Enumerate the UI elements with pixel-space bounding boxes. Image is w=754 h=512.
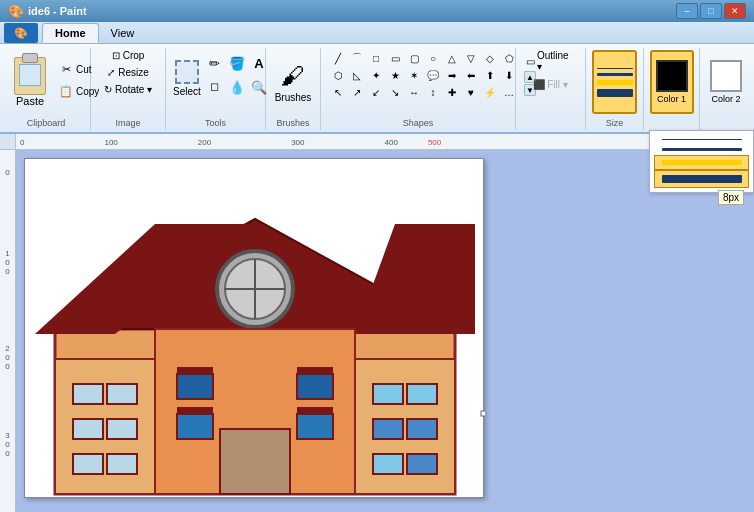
shape-4way[interactable]: ✚ [443, 84, 461, 100]
shape-arrow-lr[interactable]: ↔ [405, 84, 423, 100]
fill-button[interactable]: ⬛ Fill ▾ [529, 77, 572, 92]
pencil-tool[interactable]: ✏ [205, 54, 225, 76]
tab-view[interactable]: View [99, 23, 147, 43]
svg-marker-3 [355, 224, 475, 334]
ribbon-group-color2: Color 2 [700, 48, 752, 130]
scissors-icon: ✂ [58, 61, 74, 77]
shape-ellipse[interactable]: ○ [424, 50, 442, 66]
ruler-mark-100: 100 [104, 138, 117, 147]
outline-icon: ▭ [526, 56, 535, 67]
shape-callout[interactable]: 💬 [424, 67, 442, 83]
color1-button[interactable]: Color 1 [650, 50, 694, 114]
tools-label: Tools [166, 118, 265, 128]
shape-arrow-ur[interactable]: ↗ [348, 84, 366, 100]
vruler-200: 200 [5, 344, 9, 371]
size-option-3px[interactable] [654, 144, 749, 155]
ribbon-group-image: ⊡ Crop ⤢ Resize ↻ Rotate ▾ Image [91, 48, 166, 130]
shape-star5[interactable]: ★ [386, 67, 404, 83]
crop-button[interactable]: ⊡ Crop [108, 48, 149, 63]
svg-rect-19 [373, 419, 403, 439]
eraser-tool[interactable]: ◻ [205, 78, 225, 100]
svg-rect-23 [177, 374, 213, 399]
select-tool-button[interactable]: Select [172, 50, 202, 106]
svg-rect-22 [407, 454, 437, 474]
picker-tool[interactable]: 💧 [227, 78, 247, 100]
svg-rect-24 [177, 367, 213, 375]
rotate-button[interactable]: ↻ Rotate ▾ [100, 82, 156, 97]
shape-rect2[interactable]: ▭ [386, 50, 404, 66]
size-option-5px[interactable] [654, 155, 749, 170]
ruler-vertical: 0 100 200 300 [0, 150, 16, 512]
close-button[interactable]: ✕ [724, 3, 746, 19]
minimize-button[interactable]: – [676, 3, 698, 19]
shape-star4[interactable]: ✦ [367, 67, 385, 83]
svg-rect-13 [73, 419, 103, 439]
shape-round-rect[interactable]: ▢ [405, 50, 423, 66]
shape-lightning[interactable]: ⚡ [481, 84, 499, 100]
shape-arrow-l[interactable]: ⬅ [462, 67, 480, 83]
shape-arrow-u[interactable]: ⬆ [481, 67, 499, 83]
shape-heart[interactable]: ♥ [462, 84, 480, 100]
shape-arrow-ul[interactable]: ↖ [329, 84, 347, 100]
ruler-mark-200: 200 [198, 138, 211, 147]
shapes-grid: ╱ ⌒ □ ▭ ▢ ○ △ ▽ ◇ ⬠ ⬡ ◺ ✦ ★ ✶ 💬 ➡ ⬅ ⬆ [327, 48, 520, 119]
shape-arrow-ud[interactable]: ↕ [424, 84, 442, 100]
shape-diamond[interactable]: ◇ [481, 50, 499, 66]
size-option-1px[interactable] [654, 135, 749, 144]
tab-home[interactable]: Home [42, 23, 99, 43]
size-line-2 [597, 73, 633, 76]
drawing-canvas[interactable] [24, 158, 484, 498]
shapes-label: Shapes [321, 118, 515, 128]
vruler-100: 100 [5, 249, 9, 276]
shape-star6[interactable]: ✶ [405, 67, 423, 83]
shape-rect[interactable]: □ [367, 50, 385, 66]
svg-rect-32 [481, 411, 485, 416]
shape-arrow-dr[interactable]: ↘ [386, 84, 404, 100]
fill-icon: ⬛ [533, 79, 545, 90]
ribbon-group-color1: Color 1 [644, 48, 700, 130]
shape-arrow-dl[interactable]: ↙ [367, 84, 385, 100]
color1-label: Color 1 [657, 94, 686, 104]
svg-rect-27 [177, 414, 213, 439]
ribbon-group-shapes: ╱ ⌒ □ ▭ ▢ ○ △ ▽ ◇ ⬠ ⬡ ◺ ✦ ★ ✶ 💬 ➡ ⬅ ⬆ [321, 48, 516, 130]
size-option-8px[interactable]: 8px [654, 170, 749, 188]
ruler-mark-0: 0 [20, 138, 24, 147]
ruler-mark-500: 500 [428, 138, 441, 147]
brushes-button[interactable]: 🖌 Brushes [272, 54, 314, 110]
ruler-mark-400: 400 [385, 138, 398, 147]
vruler-300: 300 [5, 431, 9, 458]
shape-hex[interactable]: ⬡ [329, 67, 347, 83]
outline-button[interactable]: ▭ Outline ▾ [522, 48, 579, 74]
shape-arrow-r[interactable]: ➡ [443, 67, 461, 83]
size-tooltip: 8px [718, 190, 744, 205]
color2-label: Color 2 [711, 94, 740, 104]
svg-rect-29 [297, 414, 333, 439]
window-controls: – □ ✕ [676, 3, 746, 19]
shape-right-tri[interactable]: ◺ [348, 67, 366, 83]
brushes-label: Brushes [266, 118, 320, 128]
app-icon: 🎨 [8, 4, 24, 19]
svg-rect-11 [73, 384, 103, 404]
ruler-horizontal: 0 100 200 300 400 500 [0, 134, 754, 150]
fill-tool[interactable]: 🪣 [227, 54, 247, 76]
color2-button[interactable]: Color 2 [706, 50, 746, 114]
resize-button[interactable]: ⤢ Resize [103, 65, 153, 80]
vruler-0: 0 [5, 168, 9, 177]
rotate-icon: ↻ [104, 84, 112, 95]
ribbon: Paste ✂ Cut 📋 Copy Clipboard ⊡ Crop [0, 44, 754, 134]
shape-triangle[interactable]: △ [443, 50, 461, 66]
shape-line[interactable]: ╱ [329, 50, 347, 66]
maximize-button[interactable]: □ [700, 3, 722, 19]
svg-rect-17 [373, 384, 403, 404]
ribbon-group-tools: Select ✏ 🪣 A ◻ 💧 🔍 Tools [166, 48, 266, 130]
paint-menu-button[interactable]: 🎨 [4, 23, 38, 43]
paste-label: Paste [16, 95, 44, 107]
size-line-3 [597, 80, 633, 85]
shape-triangle2[interactable]: ▽ [462, 50, 480, 66]
paste-button[interactable]: Paste [8, 52, 52, 112]
shape-curve[interactable]: ⌒ [348, 50, 366, 66]
size-selector[interactable] [592, 50, 637, 114]
svg-rect-21 [373, 454, 403, 474]
ribbon-group-size: Size [586, 48, 644, 130]
resize-icon: ⤢ [107, 67, 115, 78]
